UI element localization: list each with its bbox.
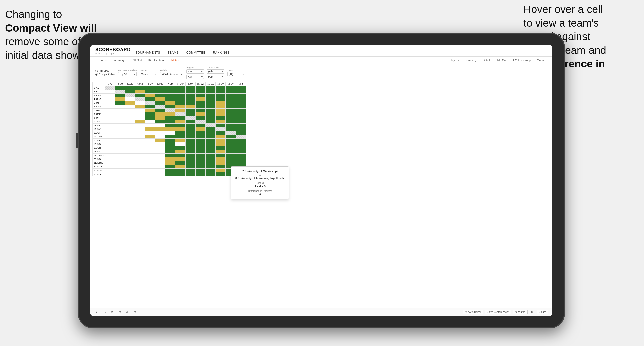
matrix-cell[interactable] (216, 127, 226, 131)
matrix-cell[interactable] (145, 116, 155, 120)
matrix-cell[interactable] (155, 150, 165, 154)
matrix-cell[interactable] (186, 97, 196, 101)
matrix-cell[interactable] (216, 169, 226, 172)
matrix-cell[interactable] (216, 139, 226, 142)
save-custom-btn[interactable]: Save Custom View (485, 310, 511, 314)
matrix-cell[interactable] (226, 127, 236, 131)
matrix-cell[interactable] (125, 94, 135, 97)
matrix-cell[interactable] (155, 124, 165, 127)
matrix-cell[interactable] (165, 94, 175, 97)
matrix-cell[interactable] (165, 157, 175, 161)
matrix-cell[interactable] (226, 97, 236, 101)
matrix-cell[interactable] (105, 127, 115, 131)
matrix-cell[interactable] (155, 112, 165, 116)
matrix-cell[interactable] (125, 112, 135, 116)
matrix-cell[interactable] (155, 139, 165, 142)
matrix-cell[interactable] (125, 105, 135, 109)
matrix-cell[interactable] (206, 161, 216, 165)
matrix-cell[interactable] (125, 131, 135, 135)
matrix-cell[interactable] (165, 90, 175, 94)
matrix-cell[interactable] (155, 131, 165, 135)
matrix-cell[interactable] (206, 139, 216, 142)
matrix-cell[interactable] (206, 135, 216, 139)
matrix-cell[interactable] (105, 161, 115, 165)
matrix-cell[interactable] (105, 146, 115, 150)
matrix-cell[interactable] (135, 131, 145, 135)
matrix-cell[interactable] (165, 169, 175, 172)
matrix-cell[interactable] (236, 154, 246, 157)
matrix-cell[interactable] (145, 161, 155, 165)
matrix-cell[interactable] (206, 172, 216, 176)
nav-teams[interactable]: TEAMS (168, 51, 179, 54)
matrix-cell[interactable] (105, 154, 115, 157)
matrix-cell[interactable] (216, 101, 226, 105)
matrix-cell[interactable] (196, 157, 206, 161)
tab-h2h-grid[interactable]: H2H Grid (127, 57, 145, 64)
matrix-cell[interactable] (145, 86, 155, 90)
tab-teams[interactable]: Teams (95, 57, 109, 64)
matrix-cell[interactable] (206, 94, 216, 97)
matrix-cell[interactable] (216, 90, 226, 94)
matrix-cell[interactable] (105, 90, 115, 94)
matrix-cell[interactable] (216, 112, 226, 116)
matrix-cell[interactable] (125, 157, 135, 161)
main-content[interactable]: 1. AU 2. VU 3. ASU 4. UNC 5. UT 6. FSU 7… (90, 81, 552, 308)
matrix-cell[interactable] (186, 169, 196, 172)
matrix-cell[interactable] (206, 90, 216, 94)
matrix-cell[interactable] (206, 142, 216, 146)
matrix-cell[interactable] (216, 154, 226, 157)
matrix-cell[interactable] (175, 127, 186, 131)
matrix-cell[interactable] (145, 139, 155, 142)
matrix-cell[interactable] (115, 157, 125, 161)
matrix-cell[interactable] (155, 161, 165, 165)
matrix-cell[interactable] (175, 112, 186, 116)
tab-h2h-grid-right[interactable]: H2H Grid (493, 57, 510, 64)
matrix-cell[interactable] (216, 157, 226, 161)
conference-select[interactable]: (All) (207, 69, 224, 74)
matrix-cell[interactable] (135, 157, 145, 161)
matrix-cell[interactable] (105, 120, 115, 124)
matrix-cell[interactable] (236, 90, 246, 94)
matrix-cell[interactable] (226, 135, 236, 139)
division-select[interactable]: NCAA Division I (160, 72, 183, 76)
matrix-cell[interactable] (135, 165, 145, 169)
matrix-cell[interactable] (145, 169, 155, 172)
matrix-cell[interactable] (196, 112, 206, 116)
matrix-cell[interactable] (125, 116, 135, 120)
matrix-cell[interactable] (226, 150, 236, 154)
matrix-cell[interactable] (206, 127, 216, 131)
matrix-cell[interactable] (216, 135, 226, 139)
matrix-cell[interactable] (135, 142, 145, 146)
matrix-cell[interactable] (196, 139, 206, 142)
matrix-cell[interactable] (155, 116, 165, 120)
matrix-cell[interactable] (105, 109, 115, 112)
matrix-cell[interactable] (115, 150, 125, 154)
matrix-cell[interactable] (135, 161, 145, 165)
matrix-cell[interactable] (105, 105, 115, 109)
matrix-cell[interactable] (155, 172, 165, 176)
matrix-cell[interactable] (165, 131, 175, 135)
matrix-cell[interactable] (196, 120, 206, 124)
matrix-cell[interactable] (135, 139, 145, 142)
matrix-cell[interactable] (206, 165, 216, 169)
tab-matrix-right[interactable]: Matrix (534, 57, 547, 64)
matrix-cell[interactable] (196, 105, 206, 109)
matrix-cell[interactable] (226, 131, 236, 135)
matrix-cell[interactable] (115, 105, 125, 109)
matrix-cell[interactable] (236, 127, 246, 131)
matrix-cell[interactable] (236, 161, 246, 165)
matrix-cell[interactable] (115, 97, 125, 101)
zoom-in-btn[interactable]: ⊕ (125, 310, 130, 314)
matrix-cell[interactable] (125, 90, 135, 94)
matrix-cell[interactable] (216, 116, 226, 120)
tab-h2h-heatmap-right[interactable]: H2H Heatmap (510, 57, 534, 64)
matrix-cell[interactable] (236, 150, 246, 154)
matrix-cell[interactable] (105, 172, 115, 176)
matrix-cell[interactable] (216, 150, 226, 154)
matrix-cell[interactable] (196, 135, 206, 139)
matrix-cell[interactable] (216, 94, 226, 97)
matrix-cell[interactable] (175, 90, 186, 94)
matrix-cell[interactable] (115, 161, 125, 165)
matrix-cell[interactable] (186, 120, 196, 124)
matrix-cell[interactable] (135, 135, 145, 139)
